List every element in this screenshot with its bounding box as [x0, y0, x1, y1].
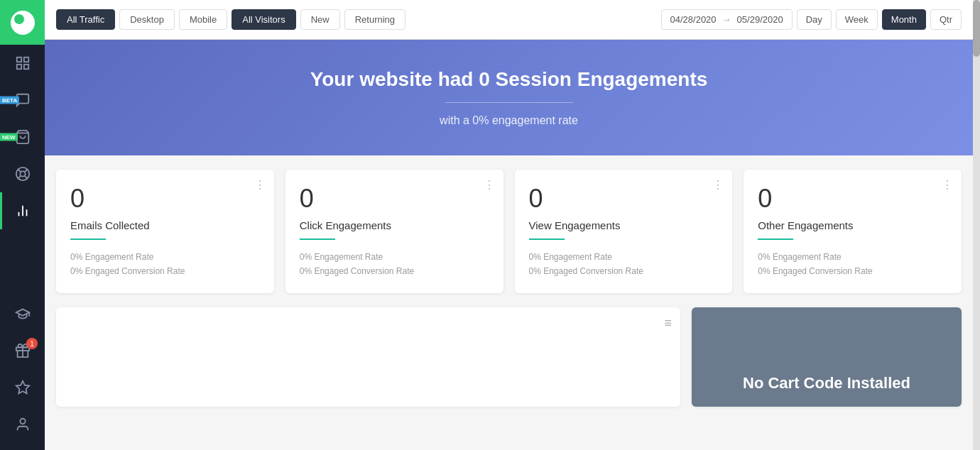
sidebar-item-analytics[interactable]	[0, 45, 45, 82]
filter-desktop[interactable]: Desktop	[119, 9, 175, 30]
emails-count: 0	[70, 184, 260, 214]
no-cart-title: No Cart Code Installed	[743, 374, 910, 393]
sidebar-item-academy[interactable]	[0, 295, 45, 332]
other-stats: 0% Engagement Rate 0% Engaged Conversion…	[758, 250, 947, 279]
filter-new[interactable]: New	[300, 9, 340, 30]
stat-card-view: ⋮ 0 View Engagements 0% Engagement Rate …	[515, 170, 733, 293]
svg-line-7	[18, 170, 21, 172]
period-month[interactable]: Month	[882, 9, 926, 30]
filter-all-visitors[interactable]: All Visitors	[232, 9, 295, 30]
svg-rect-1	[23, 57, 28, 62]
sidebar-bottom: 1	[0, 295, 45, 450]
svg-line-9	[24, 170, 27, 172]
emails-engagement-rate: 0% Engagement Rate	[70, 250, 260, 264]
click-label: Click Engagements	[300, 219, 489, 231]
logo-button[interactable]	[0, 0, 45, 45]
emails-conversion-rate: 0% Engaged Conversion Rate	[70, 264, 260, 278]
hero-subtitle: with a 0% engagement rate	[59, 114, 959, 127]
stat-card-other: ⋮ 0 Other Engagements 0% Engagement Rate…	[744, 170, 962, 293]
period-qtr[interactable]: Qtr	[930, 9, 962, 30]
emails-label: Emails Collected	[70, 219, 260, 231]
bottom-row: ≡ No Cart Code Installed	[45, 307, 973, 418]
other-card-menu[interactable]: ⋮	[942, 178, 953, 192]
hero-banner: Your website had 0 Session Engagements w…	[45, 40, 973, 155]
no-cart-card: No Cart Code Installed	[692, 307, 962, 407]
svg-rect-3	[16, 65, 21, 69]
hero-title: Your website had 0 Session Engagements	[59, 68, 959, 91]
hero-divider	[445, 102, 573, 103]
view-engagement-rate: 0% Engagement Rate	[529, 250, 719, 264]
click-divider	[300, 238, 335, 240]
period-day[interactable]: Day	[797, 9, 832, 30]
emails-card-menu[interactable]: ⋮	[254, 178, 266, 192]
scrollbar-track[interactable]	[973, 0, 980, 450]
date-end: 05/29/2020	[737, 14, 783, 25]
sidebar-item-design[interactable]	[0, 155, 45, 192]
stats-cards-row: ⋮ 0 Emails Collected 0% Engagement Rate …	[45, 155, 973, 307]
click-engagement-rate: 0% Engagement Rate	[300, 250, 489, 264]
stat-card-click: ⋮ 0 Click Engagements 0% Engagement Rate…	[285, 170, 503, 293]
view-label: View Engagements	[529, 219, 719, 231]
period-week[interactable]: Week	[836, 9, 878, 30]
sidebar-item-stats[interactable]	[0, 192, 45, 229]
other-label: Other Engagements	[758, 219, 947, 231]
svg-point-6	[20, 171, 25, 176]
view-card-menu[interactable]: ⋮	[712, 178, 724, 192]
beta-badge: BETA	[0, 97, 19, 104]
svg-point-17	[20, 419, 25, 424]
new-badge: NEW	[0, 133, 18, 141]
view-divider	[529, 238, 565, 240]
filter-returning[interactable]: Returning	[344, 9, 405, 30]
date-start: 04/28/2020	[670, 14, 717, 25]
click-card-menu[interactable]: ⋮	[484, 178, 495, 192]
view-stats: 0% Engagement Rate 0% Engaged Conversion…	[529, 250, 719, 279]
sidebar-item-favorites[interactable]	[0, 369, 45, 406]
stat-card-emails: ⋮ 0 Emails Collected 0% Engagement Rate …	[56, 170, 274, 293]
topbar: All Traffic Desktop Mobile All Visitors …	[45, 0, 973, 40]
chart-card: ≡	[56, 307, 680, 407]
sidebar-item-shop[interactable]: NEW	[0, 119, 45, 155]
svg-line-8	[24, 176, 27, 179]
date-arrow-icon: →	[722, 14, 731, 25]
sidebar-item-messages[interactable]: BETA	[0, 82, 45, 119]
view-conversion-rate: 0% Engaged Conversion Rate	[529, 264, 719, 278]
other-divider	[758, 238, 793, 240]
scrollbar-thumb[interactable]	[973, 0, 980, 57]
main-content: All Traffic Desktop Mobile All Visitors …	[45, 0, 973, 450]
filter-mobile[interactable]: Mobile	[179, 9, 227, 30]
date-range-picker[interactable]: 04/28/2020 → 05/29/2020	[661, 9, 793, 30]
other-engagement-rate: 0% Engagement Rate	[758, 250, 947, 264]
click-conversion-rate: 0% Engaged Conversion Rate	[300, 264, 489, 278]
sidebar-item-gifts[interactable]: 1	[0, 332, 45, 369]
filter-all-traffic[interactable]: All Traffic	[56, 9, 115, 30]
other-count: 0	[758, 184, 947, 214]
click-count: 0	[300, 184, 489, 214]
other-conversion-rate: 0% Engaged Conversion Rate	[758, 264, 947, 278]
svg-rect-0	[16, 57, 21, 62]
chart-card-menu[interactable]: ≡	[664, 316, 672, 331]
sidebar-item-account[interactable]	[0, 406, 45, 443]
click-stats: 0% Engagement Rate 0% Engaged Conversion…	[300, 250, 489, 279]
svg-line-10	[18, 176, 21, 179]
svg-marker-16	[16, 381, 28, 393]
emails-stats: 0% Engagement Rate 0% Engaged Conversion…	[70, 250, 260, 279]
view-count: 0	[529, 184, 719, 214]
gift-badge: 1	[26, 338, 38, 349]
sidebar: BETA NEW 1	[0, 0, 45, 450]
svg-rect-2	[23, 65, 28, 69]
emails-divider	[70, 238, 106, 240]
